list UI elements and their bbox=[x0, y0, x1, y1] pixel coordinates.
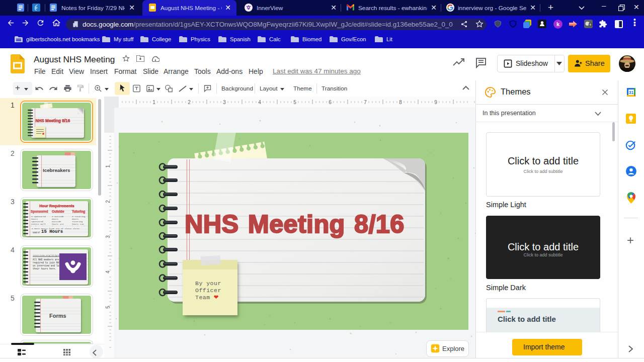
svg-text:8: 8 bbox=[399, 100, 402, 105]
svg-text:7: 7 bbox=[364, 100, 367, 105]
svg-text:k: k bbox=[556, 21, 560, 27]
svg-text:2: 2 bbox=[188, 100, 191, 105]
svg-text:9: 9 bbox=[434, 100, 437, 105]
svg-text:4: 4 bbox=[258, 100, 261, 105]
svg-text:3: 3 bbox=[223, 100, 226, 105]
svg-text:6: 6 bbox=[329, 100, 332, 105]
svg-text:5: 5 bbox=[293, 100, 296, 105]
svg-text:1: 1 bbox=[152, 100, 155, 105]
svg-text:B: B bbox=[589, 23, 591, 26]
svg-text:31: 31 bbox=[629, 90, 634, 95]
